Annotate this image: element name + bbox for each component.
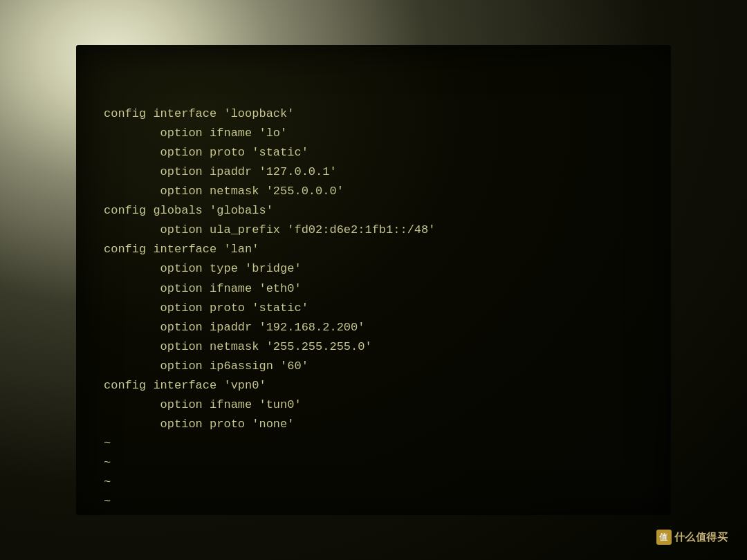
terminal-line: option ula_prefix 'fd02:d6e2:1fb1::/48' [104, 221, 657, 240]
terminal-content: config interface 'loopback' option ifnam… [104, 66, 657, 501]
terminal-line: option ifname 'tun0' [104, 395, 657, 415]
watermark-icon: 值 [656, 530, 672, 545]
terminal-line: option proto 'static' [104, 143, 657, 162]
terminal-line: option ipaddr '192.168.2.200' [104, 318, 657, 337]
terminal-line: ~ [104, 454, 657, 473]
terminal-line: config interface 'lan' [104, 240, 657, 259]
watermark-label: 什么值得买 [674, 531, 728, 544]
watermark: 值 什么值得买 [656, 530, 728, 545]
terminal-line: ~ [104, 473, 657, 492]
terminal-line: option proto 'static' [104, 299, 657, 318]
terminal-line: ~ [104, 492, 657, 512]
terminal-line: option ip6assign '60' [104, 357, 657, 376]
terminal-line: option ifname 'lo' [104, 124, 657, 143]
terminal-line: config interface 'vpn0' [104, 376, 657, 395]
terminal-line: ~ [104, 512, 657, 515]
terminal-line: ~ [104, 434, 657, 454]
terminal-line: option proto 'none' [104, 415, 657, 434]
terminal-line: option type 'bridge' [104, 259, 657, 279]
terminal-line: config interface 'loopback' [104, 104, 657, 124]
terminal-line: option ipaddr '127.0.0.1' [104, 162, 657, 182]
terminal-screen: config interface 'loopback' option ifnam… [76, 45, 671, 515]
terminal-line: config globals 'globals' [104, 201, 657, 221]
terminal-line: option netmask '255.0.0.0' [104, 182, 657, 201]
terminal-line: option ifname 'eth0' [104, 279, 657, 299]
monitor-outer: config interface 'loopback' option ifnam… [0, 0, 747, 560]
terminal-line: option netmask '255.255.255.0' [104, 337, 657, 357]
